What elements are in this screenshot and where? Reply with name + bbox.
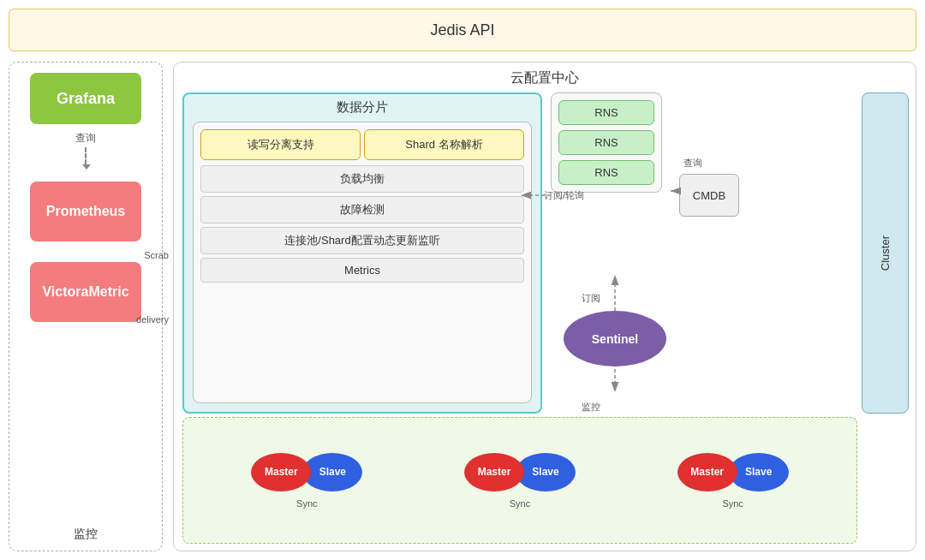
cluster-label: Cluster — [879, 235, 892, 271]
subscribe-poll-label: 订阅/轮询 — [544, 189, 584, 202]
victora-box: VictoraMetric — [30, 262, 141, 322]
main-area: Grafana 查询 Prometheus VictoraMetric 监控 云… — [9, 62, 916, 551]
prometheus-label: Prometheus — [46, 204, 125, 219]
inner-shard: 读写分离支持 Shard 名称解析 负载均衡 故障检测 — [193, 122, 532, 403]
read-write-box: 读写分离支持 — [200, 129, 361, 160]
sync-label-3: Sync — [722, 498, 743, 509]
grafana-box: Grafana — [30, 73, 141, 124]
delivery-label: delivery — [23, 314, 169, 325]
top-row: 读写分离支持 Shard 名称解析 — [194, 122, 531, 164]
data-shard: 数据分片 读写分离支持 Shard 名称解析 负载均衡 — [182, 92, 542, 414]
arrow-down-1 — [85, 147, 87, 164]
data-shard-label: 数据分片 — [184, 94, 540, 119]
left-panel-label: 监控 — [9, 527, 162, 542]
shard-name-box: Shard 名称解析 — [364, 129, 524, 160]
victora-label: VictoraMetric — [42, 284, 128, 300]
master-ellipse-2: Master — [464, 453, 524, 491]
load-balance-row: 负载均衡 — [194, 164, 531, 194]
sync-label-2: Sync — [510, 498, 530, 509]
scrab-label: Scrab — [32, 250, 169, 260]
cloud-config-label: 云配置中心 — [174, 69, 916, 87]
bottom-cluster: Master Slave Sync Master — [182, 417, 857, 544]
diagram-container: Jedis API Grafana 查询 Prometheus VictoraM… — [0, 0, 925, 560]
conn-pool-label: 连接池/Shard配置动态更新监听 — [200, 227, 524, 254]
query-text: 查询 — [75, 131, 96, 146]
query-arrow: 查询 — [75, 131, 96, 175]
rns-box-3: RNS — [558, 160, 654, 185]
master-slave-pair-2: Master Slave Sync — [464, 453, 576, 509]
metrics-label: Metrics — [200, 258, 524, 283]
ms-ellipses-1: Master Slave — [251, 453, 362, 491]
left-panel: Grafana 查询 Prometheus VictoraMetric 监控 — [9, 62, 163, 551]
sentinel-ellipse: Sentinel — [564, 311, 666, 366]
rns-outer: RNS RNS RNS — [551, 92, 662, 193]
cluster-box: Cluster — [862, 92, 909, 414]
fault-detect-row: 故障检测 — [194, 194, 531, 225]
conn-pool-row: 连接池/Shard配置动态更新监听 — [194, 225, 531, 256]
rns-group: RNS RNS RNS — [551, 92, 662, 193]
prometheus-box: Prometheus — [30, 182, 141, 241]
jedis-api-label: Jedis API — [430, 21, 494, 39]
master-ellipse-1: Master — [251, 453, 311, 491]
load-balance-label: 负载均衡 — [200, 165, 524, 193]
sync-label-1: Sync — [296, 498, 317, 509]
subscribe-label: 订阅 — [582, 292, 600, 305]
right-panel: 云配置中心 数据分片 读写分离支持 Shard 名称解析 — [173, 62, 916, 551]
rns-box-2: RNS — [558, 130, 654, 155]
slave-ellipse-1: Slave — [302, 453, 362, 491]
cmdb-box: CMDB — [679, 174, 739, 217]
rns-box-1: RNS — [558, 100, 654, 125]
jedis-api-bar: Jedis API — [9, 9, 916, 51]
grafana-label: Grafana — [57, 90, 115, 108]
slave-ellipse-3: Slave — [729, 453, 789, 491]
ms-ellipses-3: Master Slave — [677, 453, 789, 491]
cloud-config: 云配置中心 数据分片 读写分离支持 Shard 名称解析 — [173, 62, 916, 551]
master-ellipse-3: Master — [677, 453, 737, 491]
metrics-row: Metrics — [194, 256, 531, 289]
ms-ellipses-2: Master Slave — [464, 453, 576, 491]
master-slave-pair-3: Master Slave Sync — [677, 453, 789, 509]
query-label: 查询 — [683, 157, 702, 170]
master-slave-pair-1: Master Slave Sync — [251, 453, 362, 509]
monitor-label: 监控 — [582, 401, 600, 414]
slave-ellipse-2: Slave — [516, 453, 576, 491]
fault-detect-label: 故障检测 — [200, 196, 524, 223]
